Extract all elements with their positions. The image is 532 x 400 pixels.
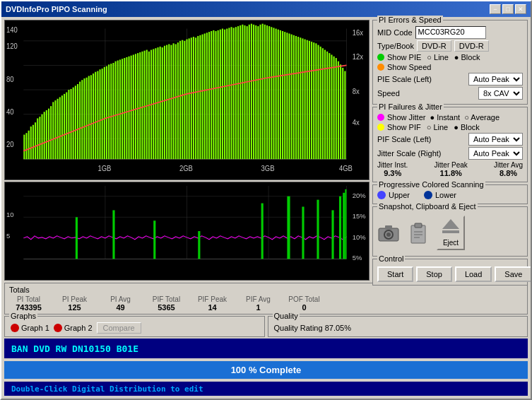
svg-rect-78 <box>175 44 177 159</box>
snapshot-group: Snapshot, Clipboard & Eject <box>372 206 528 257</box>
show-jitter-row: Show Jitter ● Instant ○ Average <box>377 113 523 122</box>
clipboard-icon-btn[interactable] <box>408 222 428 245</box>
svg-rect-80 <box>179 41 181 159</box>
svg-rect-49 <box>110 64 112 159</box>
quality-rating: Quality Rating 87.05% <box>274 321 351 332</box>
stop-button[interactable]: Stop <box>416 266 452 282</box>
pie-scale-select[interactable]: Auto Peak <box>468 73 523 86</box>
svg-rect-55 <box>124 58 125 159</box>
pif-color-dot <box>377 124 384 131</box>
svg-rect-33 <box>75 86 76 159</box>
svg-rect-112 <box>251 24 252 160</box>
pi-avg-value: 49 <box>116 303 124 312</box>
svg-rect-146 <box>326 52 328 159</box>
svg-rect-98 <box>220 30 221 159</box>
svg-text:5: 5 <box>6 233 10 240</box>
svg-rect-50 <box>112 63 114 159</box>
show-jitter-label: Show Jitter <box>387 113 425 122</box>
svg-rect-38 <box>86 78 88 159</box>
svg-rect-84 <box>189 38 190 159</box>
svg-rect-126 <box>282 31 283 159</box>
jitter-scale-select[interactable]: Auto Peak <box>468 147 523 160</box>
main-area: 16x 12x 8x 4x 140 120 80 40 20 1GB <box>4 20 528 281</box>
totals-header: Totals <box>9 286 523 294</box>
svg-rect-46 <box>104 67 105 159</box>
svg-text:4x: 4x <box>353 118 360 127</box>
camera-icon-btn[interactable] <box>377 223 400 243</box>
load-button[interactable]: Load <box>455 266 492 282</box>
main-content: 16x 12x 8x 4x 140 120 80 40 20 1GB <box>1 17 531 399</box>
close-button[interactable]: ✕ <box>515 4 526 14</box>
svg-text:120: 120 <box>6 42 18 51</box>
graph-buttons: Graph 1 Graph 2 Compare <box>11 319 259 334</box>
svg-rect-86 <box>193 37 194 159</box>
svg-rect-107 <box>240 25 241 159</box>
svg-rect-79 <box>177 42 179 159</box>
upper-chart-svg: 16x 12x 8x 4x 140 120 80 40 20 1GB <box>5 20 369 180</box>
svg-rect-117 <box>262 24 264 160</box>
title-bar: DVDInfoPro PIPO Scanning − □ ✕ <box>1 1 531 17</box>
svg-rect-148 <box>331 54 332 159</box>
speed-select[interactable]: 8x CAV <box>478 87 523 100</box>
pif-scale-select[interactable]: Auto Peak <box>468 133 523 146</box>
save-button[interactable]: Save <box>495 266 532 282</box>
svg-text:20: 20 <box>6 140 14 148</box>
lower-color-dot <box>424 191 432 199</box>
start-button[interactable]: Start <box>377 266 413 282</box>
svg-rect-108 <box>242 25 243 159</box>
mid-code-field: MCC03RG20 <box>415 26 486 39</box>
svg-rect-72 <box>162 47 163 159</box>
svg-rect-136 <box>305 40 306 160</box>
jitter-color-dot <box>377 114 384 121</box>
graph2-dot <box>54 324 62 332</box>
average-option: ○ Average <box>464 113 500 122</box>
type-book-label: Type/Book <box>377 42 414 50</box>
compare-button[interactable]: Compare <box>97 322 141 334</box>
svg-rect-120 <box>268 26 270 159</box>
eject-icon-btn[interactable]: Eject <box>437 216 465 250</box>
svg-rect-101 <box>226 29 227 160</box>
svg-rect-115 <box>257 26 259 159</box>
svg-rect-139 <box>311 42 312 159</box>
maximize-button[interactable]: □ <box>502 4 514 14</box>
pi-total-value: 743395 <box>16 303 42 312</box>
ticker-text-1: BAN DVD RW DN10150 B01E <box>4 343 138 354</box>
jitter-avg-label: Jitter Avg <box>494 161 523 169</box>
svg-rect-184 <box>331 210 333 259</box>
svg-rect-34 <box>77 84 78 159</box>
svg-rect-81 <box>182 40 183 159</box>
svg-rect-76 <box>170 45 172 160</box>
graph2-label: Graph 2 <box>64 324 93 332</box>
svg-rect-40 <box>90 75 92 159</box>
block2-option: ● Block <box>454 123 480 131</box>
svg-rect-105 <box>235 27 237 159</box>
instant-option: ● Instant <box>430 113 460 122</box>
pif-peak-col: PIF Peak 14 <box>193 295 232 312</box>
svg-rect-142 <box>317 45 319 160</box>
svg-text:10: 10 <box>6 212 14 219</box>
minimize-button[interactable]: − <box>490 4 501 14</box>
speed-label: Speed <box>377 89 475 98</box>
svg-rect-195 <box>385 225 392 230</box>
svg-rect-138 <box>309 41 310 159</box>
svg-rect-131 <box>293 35 295 159</box>
show-pif-row: Show PIF ○ Line ● Block <box>377 123 523 131</box>
svg-rect-143 <box>320 47 321 159</box>
svg-rect-178 <box>153 220 155 259</box>
bottom-section: Totals PI Total 743395 PI Peak 125 PI Av… <box>4 283 528 396</box>
svg-rect-23 <box>52 102 54 159</box>
svg-rect-21 <box>48 109 49 160</box>
svg-rect-137 <box>307 40 308 159</box>
jitter-peak-col: Jitter Peak 11.8% <box>435 161 468 177</box>
speed-color-dot <box>377 64 384 71</box>
graph2-btn[interactable]: Graph 2 <box>54 324 93 332</box>
svg-rect-64 <box>144 51 146 159</box>
graph1-btn[interactable]: Graph 1 <box>11 324 49 332</box>
svg-rect-25 <box>57 99 59 159</box>
svg-rect-102 <box>228 28 230 159</box>
svg-rect-141 <box>315 43 317 159</box>
svg-text:12x: 12x <box>353 53 363 61</box>
svg-rect-47 <box>106 66 107 160</box>
lower-chart: 20% 15% 10% 5% 10 5 <box>4 182 370 281</box>
svg-rect-92 <box>206 33 208 159</box>
